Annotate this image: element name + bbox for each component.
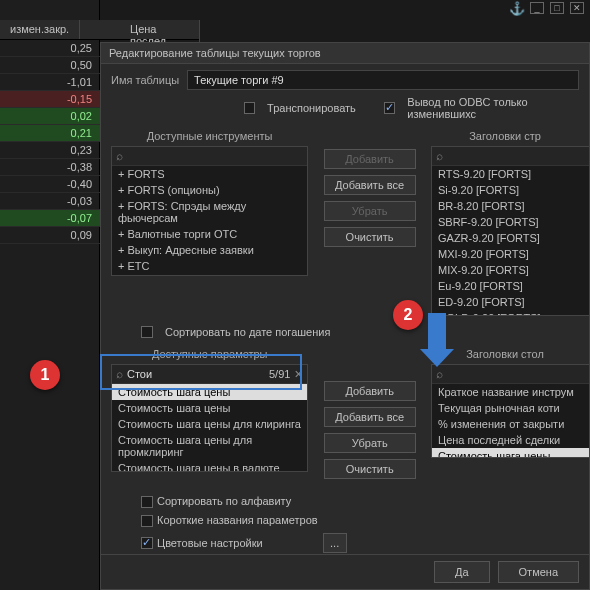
add-param-button[interactable]: Добавить [324, 381, 416, 401]
annotation-arrow-icon [428, 313, 446, 353]
short-names-label: Короткие названия параметров [157, 514, 318, 526]
transpose-label: Транспонировать [267, 102, 356, 114]
price-cell: -0,15 [0, 91, 100, 108]
list-item[interactable]: Стоимость шага цены [112, 384, 307, 400]
clear-instruments-button[interactable]: Очистить [324, 227, 416, 247]
color-settings-checkbox[interactable] [141, 537, 153, 549]
add-all-params-button[interactable]: Добавить все [324, 407, 416, 427]
list-item[interactable]: + FORTS (опционы) [112, 182, 307, 198]
remove-instrument-button[interactable]: Убрать [324, 201, 416, 221]
price-cell: 0,02 [0, 108, 100, 125]
anchor-icon[interactable]: ⚓ [510, 2, 524, 14]
list-item[interactable]: RTS-9.20 [FORTS] [432, 166, 589, 182]
avail-instruments-label: Доступные инструменты [101, 126, 318, 146]
price-cell: 0,50 [0, 57, 100, 74]
search-count: 5/91 [269, 368, 290, 380]
list-item[interactable]: + ETC [112, 258, 307, 274]
header-rows-label: Заголовки стр [421, 126, 589, 146]
cols-search[interactable] [447, 368, 585, 380]
list-item[interactable]: MXI-9.20 [FORTS] [432, 246, 589, 262]
odbc-checkbox[interactable] [384, 102, 395, 114]
dialog-title: Редактирование таблицы текущих торгов [101, 43, 589, 64]
list-item[interactable]: + FORTS: Спрэды между фьючерсам [112, 198, 307, 226]
search-icon [116, 149, 123, 163]
list-item[interactable]: Цена последней сделки [432, 432, 589, 448]
sort-redemption-label: Сортировать по дате погашения [165, 326, 330, 338]
odbc-label: Вывод по ODBC только изменившихс [407, 96, 579, 120]
price-cell: 0,21 [0, 125, 100, 142]
search-icon [436, 367, 443, 381]
sort-alpha-checkbox[interactable] [141, 496, 153, 508]
search-icon [116, 367, 123, 381]
rows-search[interactable] [447, 150, 585, 162]
params-search-input[interactable] [127, 368, 265, 380]
list-item[interactable]: + FORTS [112, 166, 307, 182]
cancel-button[interactable]: Отмена [498, 561, 579, 583]
short-names-checkbox[interactable] [141, 515, 153, 527]
list-item[interactable]: Si-9.20 [FORTS] [432, 182, 589, 198]
list-item[interactable]: Стоимость шага цены для клиринга [112, 416, 307, 432]
list-item[interactable]: % изменения от закрыти [432, 416, 589, 432]
list-item[interactable]: SBRF-9.20 [FORTS] [432, 214, 589, 230]
list-item[interactable]: Текущая рыночная коти [432, 400, 589, 416]
color-settings-more-button[interactable]: ... [323, 533, 347, 553]
maximize-button[interactable]: □ [550, 2, 564, 14]
list-item[interactable]: + Выкуп: Адресные заявки [112, 242, 307, 258]
price-cell: -0,07 [0, 210, 100, 227]
add-all-instruments-button[interactable]: Добавить все [324, 175, 416, 195]
annotation-badge-1: 1 [30, 360, 60, 390]
list-item[interactable]: Краткое название инструм [432, 384, 589, 400]
color-settings-label: Цветовые настройки [157, 537, 263, 549]
price-column: 0,250,50-1,01-0,150,020,210,23-0,38-0,40… [0, 40, 100, 244]
list-item[interactable]: ED-9.20 [FORTS] [432, 294, 589, 310]
price-cell: -0,38 [0, 159, 100, 176]
search-icon [436, 149, 443, 163]
sort-redemption-checkbox[interactable] [141, 326, 153, 338]
table-name-input[interactable] [187, 70, 579, 90]
minimize-button[interactable]: _ [530, 2, 544, 14]
clear-search-icon[interactable]: ✕ [294, 368, 303, 381]
tab-change-close[interactable]: измен.закр. [0, 20, 80, 39]
remove-param-button[interactable]: Убрать [324, 433, 416, 453]
list-item[interactable]: BR-8.20 [FORTS] [432, 198, 589, 214]
ok-button[interactable]: Да [434, 561, 490, 583]
transpose-checkbox[interactable] [244, 102, 255, 114]
list-item[interactable]: MIX-9.20 [FORTS] [432, 262, 589, 278]
list-item[interactable]: + Индекс ММВБ [112, 274, 307, 276]
price-cell: 0,25 [0, 40, 100, 57]
list-item[interactable]: Eu-9.20 [FORTS] [432, 278, 589, 294]
list-item[interactable]: Стоимость шага цены для промклиринг [112, 432, 307, 460]
annotation-badge-2: 2 [393, 300, 423, 330]
avail-params-label: Доступные параметры [101, 344, 318, 364]
list-item[interactable]: Стоимость шага цены [112, 400, 307, 416]
price-cell: 0,23 [0, 142, 100, 159]
add-instrument-button[interactable]: Добавить [324, 149, 416, 169]
clear-params-button[interactable]: Очистить [324, 459, 416, 479]
instruments-search[interactable] [127, 150, 303, 162]
close-button[interactable]: ✕ [570, 2, 584, 14]
table-name-label: Имя таблицы [111, 74, 179, 86]
price-cell: -0,03 [0, 193, 100, 210]
list-item[interactable]: + Валютные торги OTC [112, 226, 307, 242]
price-cell: -0,40 [0, 176, 100, 193]
list-item[interactable]: Стоимость шага цены [432, 448, 589, 458]
list-item[interactable]: GOLD-9.20 [FORTS] [432, 310, 589, 316]
edit-table-dialog: Редактирование таблицы текущих торгов Им… [100, 42, 590, 590]
sort-alpha-label: Сортировать по алфавиту [157, 495, 291, 507]
price-cell: 0,09 [0, 227, 100, 244]
list-item[interactable]: Стоимость шага цены в валюте [112, 460, 307, 472]
list-item[interactable]: GAZR-9.20 [FORTS] [432, 230, 589, 246]
price-cell: -1,01 [0, 74, 100, 91]
